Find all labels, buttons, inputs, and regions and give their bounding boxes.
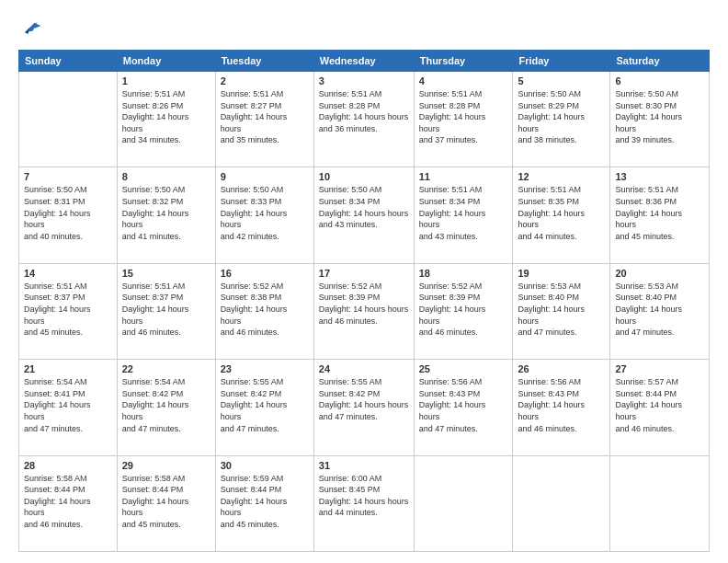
day-number: 20: [615, 268, 704, 279]
day-info: Sunrise: 5:57 AMSunset: 8:44 PMDaylight:…: [615, 376, 704, 434]
day-info: Sunrise: 5:55 AMSunset: 8:42 PMDaylight:…: [221, 376, 309, 434]
day-number: 28: [24, 460, 112, 471]
day-cell: 31Sunrise: 6:00 AMSunset: 8:45 PMDayligh…: [313, 455, 414, 551]
day-cell: [610, 455, 710, 551]
day-number: 31: [319, 460, 409, 471]
day-cell: [414, 455, 513, 551]
day-number: 6: [615, 75, 704, 86]
day-info: Sunrise: 5:51 AMSunset: 8:28 PMDaylight:…: [419, 88, 508, 146]
day-number: 27: [615, 363, 704, 374]
header-saturday: Saturday: [610, 51, 710, 72]
day-info: Sunrise: 5:59 AMSunset: 8:44 PMDaylight:…: [221, 473, 309, 531]
day-info: Sunrise: 5:52 AMSunset: 8:39 PMDaylight:…: [319, 281, 409, 327]
day-info: Sunrise: 5:54 AMSunset: 8:41 PMDaylight:…: [24, 376, 112, 434]
day-info: Sunrise: 6:00 AMSunset: 8:45 PMDaylight:…: [319, 473, 409, 519]
day-cell: 13Sunrise: 5:51 AMSunset: 8:36 PMDayligh…: [610, 167, 710, 263]
day-info: Sunrise: 5:51 AMSunset: 8:37 PMDaylight:…: [24, 281, 112, 339]
header-wednesday: Wednesday: [313, 51, 414, 72]
day-number: 10: [319, 171, 409, 182]
day-number: 16: [221, 268, 309, 279]
day-cell: 17Sunrise: 5:52 AMSunset: 8:39 PMDayligh…: [313, 263, 414, 359]
day-cell: 2Sunrise: 5:51 AMSunset: 8:27 PMDaylight…: [215, 72, 313, 167]
header: [18, 15, 710, 40]
day-number: 15: [122, 268, 210, 279]
day-info: Sunrise: 5:50 AMSunset: 8:30 PMDaylight:…: [615, 88, 704, 146]
day-number: 1: [122, 75, 210, 86]
day-info: Sunrise: 5:53 AMSunset: 8:40 PMDaylight:…: [518, 281, 605, 339]
header-thursday: Thursday: [414, 51, 513, 72]
day-info: Sunrise: 5:53 AMSunset: 8:40 PMDaylight:…: [615, 281, 704, 339]
day-info: Sunrise: 5:50 AMSunset: 8:34 PMDaylight:…: [319, 184, 409, 230]
day-cell: 19Sunrise: 5:53 AMSunset: 8:40 PMDayligh…: [513, 263, 610, 359]
day-info: Sunrise: 5:51 AMSunset: 8:28 PMDaylight:…: [319, 88, 409, 134]
day-cell: [513, 455, 610, 551]
day-cell: 11Sunrise: 5:51 AMSunset: 8:34 PMDayligh…: [414, 167, 513, 263]
page: SundayMondayTuesdayWednesdayThursdayFrid…: [0, 0, 728, 563]
day-info: Sunrise: 5:50 AMSunset: 8:29 PMDaylight:…: [518, 88, 605, 146]
day-cell: 10Sunrise: 5:50 AMSunset: 8:34 PMDayligh…: [313, 167, 414, 263]
day-number: 30: [221, 460, 309, 471]
day-cell: 24Sunrise: 5:55 AMSunset: 8:42 PMDayligh…: [313, 360, 414, 455]
day-info: Sunrise: 5:55 AMSunset: 8:42 PMDaylight:…: [319, 376, 409, 422]
day-info: Sunrise: 5:56 AMSunset: 8:43 PMDaylight:…: [419, 376, 508, 434]
day-cell: 26Sunrise: 5:56 AMSunset: 8:43 PMDayligh…: [513, 360, 610, 455]
day-number: 3: [319, 75, 409, 86]
day-number: 2: [221, 75, 309, 86]
day-info: Sunrise: 5:51 AMSunset: 8:27 PMDaylight:…: [221, 88, 309, 146]
day-cell: 30Sunrise: 5:59 AMSunset: 8:44 PMDayligh…: [215, 455, 313, 551]
day-cell: 28Sunrise: 5:58 AMSunset: 8:44 PMDayligh…: [19, 455, 118, 551]
day-cell: 8Sunrise: 5:50 AMSunset: 8:32 PMDaylight…: [117, 167, 215, 263]
day-info: Sunrise: 5:51 AMSunset: 8:36 PMDaylight:…: [615, 184, 704, 242]
day-number: 29: [122, 460, 210, 471]
day-number: 5: [518, 75, 605, 86]
day-number: 9: [221, 171, 309, 182]
calendar-table: SundayMondayTuesdayWednesdayThursdayFrid…: [18, 50, 710, 552]
day-info: Sunrise: 5:52 AMSunset: 8:39 PMDaylight:…: [419, 281, 508, 339]
day-info: Sunrise: 5:51 AMSunset: 8:35 PMDaylight:…: [518, 184, 605, 242]
day-info: Sunrise: 5:51 AMSunset: 8:37 PMDaylight:…: [122, 281, 210, 339]
day-cell: 3Sunrise: 5:51 AMSunset: 8:28 PMDaylight…: [313, 72, 414, 167]
day-cell: 29Sunrise: 5:58 AMSunset: 8:44 PMDayligh…: [117, 455, 215, 551]
day-number: 26: [518, 363, 605, 374]
day-number: 25: [419, 363, 508, 374]
day-info: Sunrise: 5:50 AMSunset: 8:32 PMDaylight:…: [122, 184, 210, 242]
header-monday: Monday: [117, 51, 215, 72]
logo-bird-icon: [18, 15, 44, 40]
week-row-3: 14Sunrise: 5:51 AMSunset: 8:37 PMDayligh…: [19, 263, 710, 359]
day-number: 12: [518, 171, 605, 182]
day-cell: 25Sunrise: 5:56 AMSunset: 8:43 PMDayligh…: [414, 360, 513, 455]
day-info: Sunrise: 5:51 AMSunset: 8:26 PMDaylight:…: [122, 88, 210, 146]
day-info: Sunrise: 5:51 AMSunset: 8:34 PMDaylight:…: [419, 184, 508, 242]
day-cell: 9Sunrise: 5:50 AMSunset: 8:33 PMDaylight…: [215, 167, 313, 263]
day-number: 21: [24, 363, 112, 374]
day-info: Sunrise: 5:58 AMSunset: 8:44 PMDaylight:…: [24, 473, 112, 531]
day-number: 8: [122, 171, 210, 182]
header-tuesday: Tuesday: [215, 51, 313, 72]
week-row-1: 1Sunrise: 5:51 AMSunset: 8:26 PMDaylight…: [19, 72, 710, 167]
day-cell: 15Sunrise: 5:51 AMSunset: 8:37 PMDayligh…: [117, 263, 215, 359]
day-number: 23: [221, 363, 309, 374]
day-cell: 16Sunrise: 5:52 AMSunset: 8:38 PMDayligh…: [215, 263, 313, 359]
day-cell: 23Sunrise: 5:55 AMSunset: 8:42 PMDayligh…: [215, 360, 313, 455]
day-cell: 5Sunrise: 5:50 AMSunset: 8:29 PMDaylight…: [513, 72, 610, 167]
day-number: 17: [319, 268, 409, 279]
day-info: Sunrise: 5:54 AMSunset: 8:42 PMDaylight:…: [122, 376, 210, 434]
day-cell: 21Sunrise: 5:54 AMSunset: 8:41 PMDayligh…: [19, 360, 118, 455]
day-cell: 12Sunrise: 5:51 AMSunset: 8:35 PMDayligh…: [513, 167, 610, 263]
day-number: 24: [319, 363, 409, 374]
day-cell: [19, 72, 118, 167]
day-cell: 27Sunrise: 5:57 AMSunset: 8:44 PMDayligh…: [610, 360, 710, 455]
logo: [18, 15, 48, 40]
day-number: 22: [122, 363, 210, 374]
header-sunday: Sunday: [19, 51, 118, 72]
day-cell: 22Sunrise: 5:54 AMSunset: 8:42 PMDayligh…: [117, 360, 215, 455]
day-number: 19: [518, 268, 605, 279]
week-row-4: 21Sunrise: 5:54 AMSunset: 8:41 PMDayligh…: [19, 360, 710, 455]
day-number: 14: [24, 268, 112, 279]
day-info: Sunrise: 5:50 AMSunset: 8:31 PMDaylight:…: [24, 184, 112, 242]
day-number: 4: [419, 75, 508, 86]
day-cell: 20Sunrise: 5:53 AMSunset: 8:40 PMDayligh…: [610, 263, 710, 359]
day-info: Sunrise: 5:58 AMSunset: 8:44 PMDaylight:…: [122, 473, 210, 531]
day-info: Sunrise: 5:50 AMSunset: 8:33 PMDaylight:…: [221, 184, 309, 242]
day-cell: 14Sunrise: 5:51 AMSunset: 8:37 PMDayligh…: [19, 263, 118, 359]
